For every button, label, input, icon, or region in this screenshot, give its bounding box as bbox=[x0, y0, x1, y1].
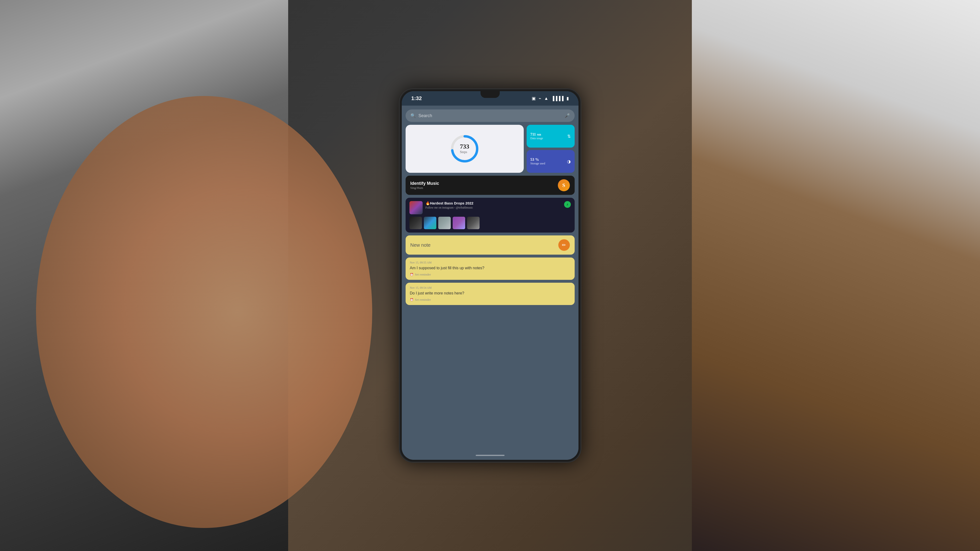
storage-percent: 53 % bbox=[530, 157, 545, 162]
phone-device: 1:32 ▣ ⌁ ▲ ▐▐▐▐ ▮ 🔍 Search 🎤 bbox=[399, 88, 581, 463]
edit-note-button[interactable]: ✏ bbox=[558, 239, 570, 251]
data-usage-text: 711 MB Data usage bbox=[530, 132, 543, 140]
screen-content: 🔍 Search 🎤 733 bbox=[402, 106, 579, 460]
note-2-reminder[interactable]: ⏰ Set reminder bbox=[410, 298, 570, 302]
note-2-content: Do I just write more notes here? bbox=[410, 291, 570, 295]
widget-row: 733 Steps 711 MB bbox=[406, 125, 575, 173]
status-time: 1:32 bbox=[411, 95, 422, 102]
bg-hand bbox=[36, 96, 372, 528]
notch bbox=[480, 91, 500, 98]
album-2 bbox=[424, 217, 436, 229]
bg-right bbox=[692, 0, 980, 551]
storage-icon: ◑ bbox=[567, 159, 571, 164]
phone-wrapper: 1:32 ▣ ⌁ ▲ ▐▐▐▐ ▮ 🔍 Search 🎤 bbox=[399, 88, 581, 463]
status-bar: 1:32 ▣ ⌁ ▲ ▐▐▐▐ ▮ bbox=[402, 91, 579, 106]
new-note-label: New note bbox=[410, 242, 431, 248]
spotify-thumbnail bbox=[409, 201, 423, 214]
usage-amount-value: 711 bbox=[530, 132, 536, 136]
usage-unit: MB bbox=[537, 133, 541, 136]
note-card-2[interactable]: Nov 15, 09:54 AM Do I just write more no… bbox=[406, 283, 575, 305]
phone-screen: 1:32 ▣ ⌁ ▲ ▐▐▐▐ ▮ 🔍 Search 🎤 bbox=[402, 91, 579, 460]
shazam-icon: S bbox=[558, 179, 570, 191]
album-5 bbox=[467, 217, 480, 229]
data-usage-label: Data usage bbox=[530, 137, 543, 140]
storage-label: Storage used bbox=[530, 162, 545, 165]
reminder-icon-2: ⏰ bbox=[410, 298, 414, 302]
search-placeholder: Search bbox=[418, 113, 562, 118]
spotify-info: 🔥Hardest Bass Drops 2022 Follow me on in… bbox=[426, 201, 561, 210]
steps-circle: 733 Steps bbox=[450, 134, 479, 163]
bluetooth-icon: ⌁ bbox=[539, 96, 541, 101]
home-indicator[interactable] bbox=[476, 455, 504, 456]
note-1-timestamp: Nov 15, 09:55 AM bbox=[410, 261, 570, 264]
storage-text: 53 % Storage used bbox=[530, 157, 545, 165]
data-usage-widget[interactable]: 711 MB Data usage ⇅ bbox=[527, 125, 575, 148]
spotify-logo-icon: ♪ bbox=[564, 201, 571, 208]
spotify-widget[interactable]: 🔥Hardest Bass Drops 2022 Follow me on in… bbox=[406, 198, 575, 233]
data-usage-amount: 711 MB bbox=[530, 132, 543, 137]
note-1-reminder[interactable]: ⏰ Set reminder bbox=[410, 273, 570, 276]
status-icons: ▣ ⌁ ▲ ▐▐▐▐ ▮ bbox=[532, 96, 569, 101]
note-2-timestamp: Nov 15, 09:54 AM bbox=[410, 286, 570, 290]
album-3 bbox=[438, 217, 451, 229]
search-icon: 🔍 bbox=[410, 113, 416, 118]
steps-widget[interactable]: 733 Steps bbox=[406, 125, 524, 173]
data-transfer-icon: ⇅ bbox=[567, 134, 571, 139]
music-id-text: Identify Music Sing/Hum bbox=[410, 181, 439, 190]
spotify-subtitle: Follow me on instagram - @tribahlmusic bbox=[426, 206, 561, 210]
new-note-widget[interactable]: New note ✏ bbox=[406, 235, 575, 255]
note-1-content: Am I supposed to just fill this up with … bbox=[410, 266, 570, 270]
mic-icon: 🎤 bbox=[565, 113, 570, 118]
music-id-subtitle: Sing/Hum bbox=[410, 186, 439, 190]
note-card-1[interactable]: Nov 15, 09:55 AM Am I supposed to just f… bbox=[406, 257, 575, 280]
storage-widget[interactable]: 53 % Storage used ◑ bbox=[527, 150, 575, 173]
steps-ring-svg bbox=[450, 134, 479, 163]
wifi-icon: ▲ bbox=[544, 96, 549, 101]
search-bar[interactable]: 🔍 Search 🎤 bbox=[406, 110, 575, 122]
note-1-reminder-label: Set reminder bbox=[415, 273, 431, 276]
album-4 bbox=[453, 217, 465, 229]
sim-icon: ▣ bbox=[532, 96, 536, 101]
battery-icon: ▮ bbox=[566, 96, 569, 101]
note-2-reminder-label: Set reminder bbox=[415, 298, 431, 302]
music-id-widget[interactable]: Identify Music Sing/Hum S bbox=[406, 176, 575, 195]
signal-icon: ▐▐▐▐ bbox=[551, 96, 563, 101]
album-1 bbox=[409, 217, 422, 229]
music-id-title: Identify Music bbox=[410, 181, 439, 186]
spotify-playlist-title: 🔥Hardest Bass Drops 2022 bbox=[426, 201, 561, 205]
spotify-header: 🔥Hardest Bass Drops 2022 Follow me on in… bbox=[409, 201, 571, 214]
data-column: 711 MB Data usage ⇅ 53 % Storage u bbox=[527, 125, 575, 173]
reminder-icon-1: ⏰ bbox=[410, 273, 414, 276]
spotify-albums bbox=[409, 217, 571, 229]
